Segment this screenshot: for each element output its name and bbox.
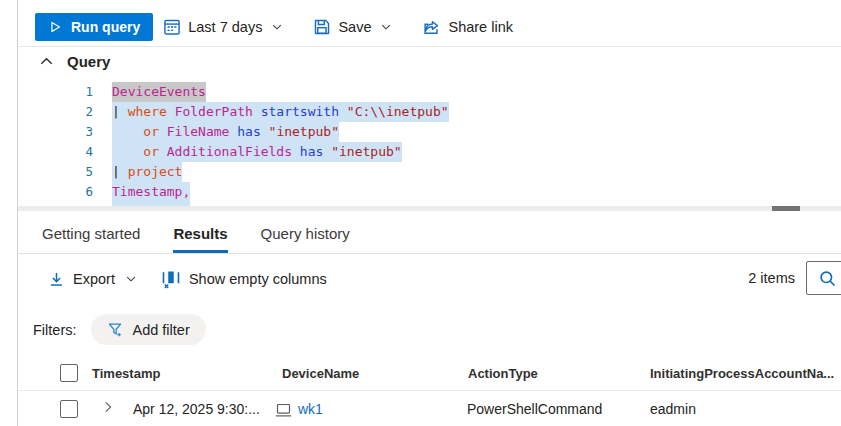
column-header-initiatingprocessaccountname[interactable]: InitiatingProcessAccountNa... [650, 366, 834, 381]
funnel-plus-icon [107, 321, 124, 338]
editor-horizontal-scrollbar[interactable] [18, 206, 841, 211]
chevron-down-icon [125, 273, 137, 285]
time-range-label: Last 7 days [188, 19, 262, 35]
filters-label: Filters: [33, 322, 77, 338]
select-all-checkbox[interactable] [60, 364, 78, 382]
code-line[interactable]: 3 or FileName has "inetpub" [18, 122, 841, 142]
code-line[interactable]: 1DeviceEvents [18, 82, 841, 102]
query-toolbar: Run query Last 7 days Save Share link [18, 8, 841, 47]
code-token-keyword: or [143, 144, 166, 159]
cell-action-type: PowerShellCommand [467, 401, 602, 417]
share-link-label: Share link [448, 19, 512, 35]
code-line-text: | project [112, 162, 182, 182]
filters-row: Filters: Add filter [33, 314, 206, 345]
code-token-keyword: or [143, 124, 166, 139]
code-token-plain [112, 144, 143, 159]
column-x-icon [161, 269, 181, 289]
code-line[interactable]: 2| where FolderPath startswith "C:\\inet… [18, 102, 841, 122]
time-range-dropdown[interactable]: Last 7 days [163, 18, 283, 36]
code-token-string: "inetpub" [331, 144, 401, 159]
code-token-operator: startswith [261, 104, 347, 119]
tab-results[interactable]: Results [173, 214, 227, 253]
code-lines: 1DeviceEvents2| where FolderPath startsw… [18, 82, 841, 208]
add-filter-label: Add filter [133, 322, 190, 338]
code-token-operator: has [300, 144, 331, 159]
code-token-column: FolderPath [175, 104, 261, 119]
tab-query-history[interactable]: Query history [261, 214, 350, 253]
line-number: 5 [18, 162, 93, 182]
code-token-string: "C:\\inetpub" [347, 104, 449, 119]
code-line-text: or AdditionalFields has "inetpub" [112, 142, 402, 162]
code-token-plain: | [112, 104, 128, 119]
kql-code-editor[interactable]: 1DeviceEvents2| where FolderPath startsw… [18, 82, 841, 208]
column-header-devicename[interactable]: DeviceName [282, 366, 359, 381]
code-token-keyword: project [128, 164, 183, 179]
save-label: Save [338, 19, 371, 35]
line-number: 3 [18, 122, 93, 142]
calendar-icon [163, 18, 181, 36]
code-token-operator: has [237, 124, 268, 139]
play-icon [48, 20, 62, 34]
results-toolbar: Export Show empty columns 2 items [18, 256, 841, 302]
run-query-button[interactable]: Run query [35, 13, 153, 41]
share-link-button[interactable]: Share link [422, 18, 512, 37]
chevron-down-icon [380, 21, 392, 33]
code-line[interactable]: 6Timestamp, [18, 182, 841, 202]
line-number: 6 [18, 182, 93, 202]
code-line[interactable]: 5| project [18, 162, 841, 182]
code-token-plain: | [112, 164, 128, 179]
code-line-text: Timestamp, [112, 182, 190, 202]
code-line[interactable]: 4 or AdditionalFields has "inetpub" [18, 142, 841, 162]
export-dropdown[interactable]: Export [48, 271, 137, 288]
add-filter-button[interactable]: Add filter [91, 314, 206, 345]
chevron-up-icon [39, 54, 54, 69]
code-token-column: AdditionalFields [167, 144, 300, 159]
code-token-plain [112, 124, 143, 139]
query-section-header[interactable]: Query [39, 53, 110, 70]
scrollbar-handle[interactable] [772, 206, 800, 211]
advanced-hunting-page: Run query Last 7 days Save Share link [0, 0, 841, 426]
chevron-right-icon[interactable] [101, 400, 115, 414]
cell-device-name-link[interactable]: wk1 [298, 401, 323, 417]
query-section-title: Query [67, 53, 110, 70]
show-empty-columns-label: Show empty columns [189, 271, 327, 287]
line-number: 2 [18, 102, 93, 122]
line-number: 4 [18, 142, 93, 162]
search-icon [818, 269, 837, 288]
row-checkbox[interactable] [60, 400, 78, 418]
results-table-header: Timestamp DeviceName ActionType Initiati… [18, 357, 841, 391]
column-header-actiontype[interactable]: ActionType [468, 366, 538, 381]
table-row[interactable]: Apr 12, 2025 9:30:... wk1 PowerShellComm… [18, 392, 841, 426]
line-number: 1 [18, 82, 93, 102]
items-count: 2 items [748, 270, 795, 286]
tab-getting-started[interactable]: Getting started [42, 214, 140, 253]
code-token-column: FileName [167, 124, 237, 139]
code-token-keyword: where [128, 104, 175, 119]
chevron-down-icon [271, 21, 283, 33]
code-line-text: DeviceEvents [112, 82, 206, 102]
code-token-string: "inetpub" [269, 124, 339, 139]
laptop-icon [275, 403, 292, 418]
code-line-text: or FileName has "inetpub" [112, 122, 339, 142]
cell-initiating-process-account-name: eadmin [650, 401, 696, 417]
run-query-label: Run query [71, 19, 140, 35]
download-icon [48, 271, 65, 288]
export-label: Export [73, 271, 115, 287]
cell-timestamp: Apr 12, 2025 9:30:... [133, 401, 260, 417]
save-icon [313, 18, 331, 36]
share-icon [422, 18, 441, 37]
code-token-column: Timestamp, [112, 184, 190, 199]
save-dropdown[interactable]: Save [313, 18, 392, 36]
code-line-text: | where FolderPath startswith "C:\\inetp… [112, 102, 449, 122]
results-search-input[interactable] [806, 261, 841, 295]
results-tab-bar: Getting started Results Query history [18, 214, 841, 254]
column-header-timestamp[interactable]: Timestamp [92, 366, 160, 381]
code-token-table: DeviceEvents [112, 84, 206, 99]
show-empty-columns-button[interactable]: Show empty columns [161, 269, 327, 289]
